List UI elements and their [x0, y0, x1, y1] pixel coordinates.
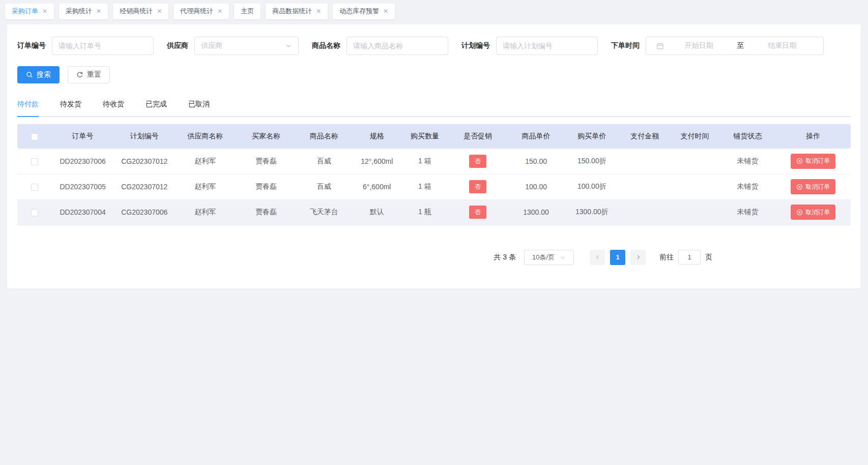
supplier-name: 赵利军 [175, 149, 236, 174]
tab-completed[interactable]: 已完成 [146, 98, 167, 116]
order-no: DD202307005 [51, 174, 114, 199]
tag-agent-stats[interactable]: 代理商统计 ✕ [173, 4, 229, 19]
search-button[interactable]: 搜索 [17, 66, 60, 83]
date-range-picker[interactable]: 开始日期 至 结束日期 [646, 37, 824, 55]
tag-label: 商品数据统计 [272, 7, 312, 16]
cancel-order-button[interactable]: 取消订单 [791, 179, 835, 194]
table-row: DD202307006 CG202307012 赵利军 贾春磊 百威 12°,6… [17, 149, 851, 174]
reset-button[interactable]: 重置 [68, 66, 110, 83]
reset-button-label: 重置 [87, 70, 101, 79]
col-product: 商品名称 [297, 124, 352, 149]
col-pay-time: 支付时间 [670, 124, 719, 149]
header-checkbox-cell [17, 124, 51, 149]
product-name-input-box [346, 37, 448, 55]
tag-label: 代理商统计 [180, 7, 213, 16]
spec: 6°,600ml [352, 174, 402, 199]
close-icon[interactable]: ✕ [316, 8, 321, 14]
supplier-name: 赵利军 [175, 174, 236, 199]
goto-suffix: 页 [705, 253, 712, 262]
close-icon[interactable]: ✕ [157, 8, 162, 14]
plan-no-label: 计划编号 [461, 41, 490, 50]
pay-time [670, 174, 719, 199]
pay-time [670, 199, 719, 225]
promo-badge: 否 [469, 155, 486, 168]
order-no: DD202307004 [51, 199, 114, 225]
close-icon[interactable]: ✕ [383, 8, 388, 14]
tab-cancelled[interactable]: 已取消 [188, 98, 210, 116]
col-action: 操作 [775, 124, 851, 149]
filter-product-name: 商品名称 [312, 37, 448, 55]
unit-price: 150.00 [508, 149, 564, 174]
chevron-left-icon [594, 254, 601, 260]
plan-no: CG202307012 [114, 174, 175, 199]
prev-page-button[interactable] [590, 250, 605, 265]
row-checkbox[interactable] [31, 209, 38, 216]
order-no-input[interactable] [59, 42, 147, 50]
close-icon[interactable]: ✕ [96, 8, 101, 14]
supplier-select[interactable]: 供应商 [194, 37, 299, 55]
calendar-icon [656, 42, 664, 50]
order-no-label: 订单编号 [17, 41, 46, 50]
select-all-checkbox[interactable] [31, 133, 38, 140]
tag-label: 采购统计 [66, 7, 92, 16]
end-date-field[interactable]: 结束日期 [747, 41, 818, 50]
start-date-field[interactable]: 开始日期 [664, 41, 734, 50]
pagination-total: 共 3 条 [494, 253, 516, 262]
buy-price: 150.00折 [564, 149, 620, 174]
col-unit-price: 商品单价 [508, 124, 564, 149]
col-promo: 是否促销 [447, 124, 508, 149]
filter-supplier: 供应商 供应商 [167, 37, 299, 55]
col-buy-price: 购买单价 [564, 124, 620, 149]
plan-no-input[interactable] [503, 42, 591, 50]
filter-plan-no: 计划编号 [461, 37, 598, 55]
tab-pending-receipt[interactable]: 待收货 [103, 98, 124, 116]
spec: 12°,600ml [352, 149, 402, 174]
product-name: 飞天茅台 [297, 199, 352, 225]
cancel-circle-icon [796, 158, 803, 164]
tag-label: 主页 [241, 7, 254, 16]
tag-dealer-stats[interactable]: 经销商统计 ✕ [113, 4, 168, 19]
tag-product-data-stats[interactable]: 商品数据统计 ✕ [266, 4, 328, 19]
close-icon[interactable]: ✕ [217, 8, 222, 14]
action-bar: 搜索 重置 [17, 66, 851, 83]
filter-order-no: 订单编号 [17, 37, 154, 55]
row-checkbox[interactable] [31, 184, 38, 191]
table-row: DD202307005 CG202307012 赵利军 贾春磊 百威 6°,60… [17, 174, 851, 199]
stock-status: 未铺货 [720, 149, 776, 174]
stock-status: 未铺货 [720, 174, 776, 199]
cancel-order-label: 取消订单 [805, 157, 830, 165]
goto-page-input[interactable] [678, 250, 701, 265]
tag-home[interactable]: 主页 [234, 4, 261, 19]
search-button-label: 搜索 [37, 70, 51, 79]
next-page-button[interactable] [630, 250, 646, 265]
pay-amount [620, 174, 670, 199]
pay-time [670, 149, 719, 174]
tag-purchase-stats[interactable]: 采购统计 ✕ [59, 4, 108, 19]
page-number-current[interactable]: 1 [610, 250, 625, 265]
tag-stock-warning[interactable]: 动态库存预警 ✕ [333, 4, 395, 19]
orders-table: 订单号 计划编号 供应商名称 买家名称 商品名称 规格 购买数量 是否促销 商品… [17, 124, 851, 225]
row-checkbox[interactable] [31, 158, 38, 165]
spec: 默认 [352, 199, 402, 225]
cancel-circle-icon [796, 209, 803, 216]
tag-purchase-order[interactable]: 采购订单 ✕ [5, 4, 54, 19]
promo-badge: 否 [469, 206, 486, 219]
cancel-order-button[interactable]: 取消订单 [791, 154, 835, 169]
cancel-order-button[interactable]: 取消订单 [791, 205, 835, 220]
chevron-down-icon [285, 42, 292, 49]
page-size-select[interactable]: 10条/页 [524, 250, 574, 265]
stock-status: 未铺货 [720, 199, 776, 225]
product-name-label: 商品名称 [312, 41, 340, 50]
product-name-input[interactable] [353, 42, 442, 50]
tab-pending-payment[interactable]: 待付款 [17, 98, 39, 116]
plan-no: CG202307012 [114, 149, 175, 174]
unit-price: 1300.00 [508, 199, 564, 225]
tab-pending-shipment[interactable]: 待发货 [60, 98, 81, 116]
quantity: 1 瓶 [402, 199, 447, 225]
order-no: DD202307006 [51, 149, 114, 174]
supplier-name: 赵利军 [175, 199, 236, 225]
close-icon[interactable]: ✕ [42, 8, 47, 14]
pay-amount [620, 199, 670, 225]
product-name: 百威 [297, 149, 352, 174]
tag-label: 采购订单 [12, 7, 38, 16]
